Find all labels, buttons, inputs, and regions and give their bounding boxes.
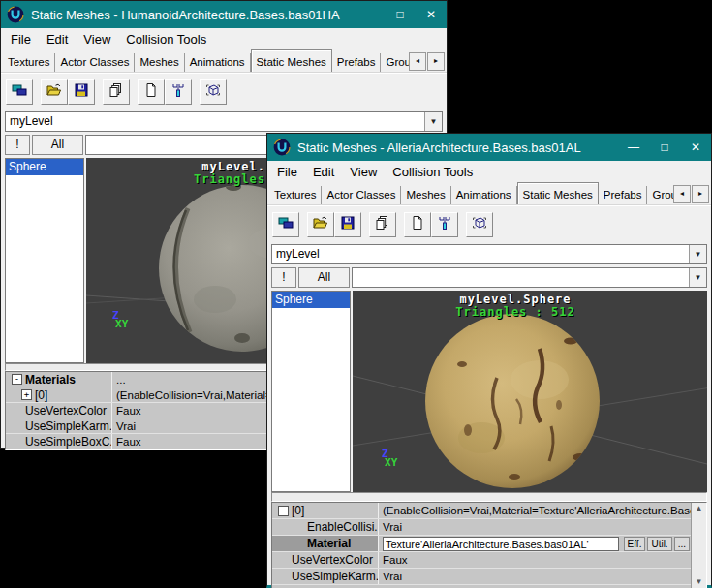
collapse-icon[interactable]: - <box>12 374 22 385</box>
dock-toolbar-icon <box>12 82 27 102</box>
minimize-button[interactable]: — <box>354 1 385 28</box>
viewport-scrollbar[interactable] <box>271 492 707 502</box>
duplicate-button[interactable] <box>369 212 396 237</box>
copy-icon <box>375 215 390 234</box>
tab-textures[interactable]: Textures <box>269 186 322 204</box>
sand-sphere-mesh <box>423 312 602 490</box>
reload-button[interactable]: ! <box>5 135 30 155</box>
browser-tabs: Textures Actor Classes Meshes Animations… <box>267 182 711 205</box>
menu-edit[interactable]: Edit <box>39 32 76 46</box>
expand-icon[interactable]: + <box>21 389 32 400</box>
material-value-input[interactable]: Texture'AlleriaArchitecture.Bases.bas01A… <box>383 537 619 551</box>
tab-textures[interactable]: Textures <box>3 53 55 72</box>
viewport-triangle-count: Triangles : 512 <box>455 305 574 319</box>
maximize-button[interactable]: □ <box>385 1 416 28</box>
open-package-button[interactable] <box>307 212 334 237</box>
tab-prefabs[interactable]: Prefabs <box>599 186 648 204</box>
menu-file[interactable]: File <box>269 165 305 179</box>
save-icon <box>74 82 89 102</box>
open-package-button[interactable] <box>41 79 68 105</box>
package-name: myLevel <box>6 112 424 131</box>
dock-toolbar-button[interactable] <box>6 79 33 105</box>
close-button[interactable]: ✕ <box>416 1 447 28</box>
mesh-list: Sphere <box>5 158 84 363</box>
menu-edit[interactable]: Edit <box>305 165 342 179</box>
insert-mesh-button[interactable] <box>165 79 192 105</box>
all-groups-button[interactable]: All <box>298 267 350 288</box>
new-button[interactable] <box>404 212 431 237</box>
tab-meshes[interactable]: Meshes <box>401 186 450 204</box>
browser-tabs: Textures Actor Classes Meshes Animations… <box>1 49 447 73</box>
axis-indicator: Z XY <box>112 311 128 328</box>
toolbar <box>1 73 447 109</box>
list-item-sphere[interactable]: Sphere <box>6 159 83 175</box>
tab-animations[interactable]: Animations <box>451 186 517 204</box>
all-groups-button[interactable]: All <box>32 135 83 155</box>
tab-actor-classes[interactable]: Actor Classes <box>322 186 401 204</box>
menu-bar: File Edit View Collision Tools <box>267 161 711 182</box>
menu-view[interactable]: View <box>76 32 118 46</box>
tab-static-meshes[interactable]: Static Meshes <box>251 49 332 72</box>
mesh-viewport[interactable]: myLevel.Sphere Triangles : 512 Z XY <box>353 291 707 492</box>
property-row-0[interactable]: -[0] (EnableCollision=Vrai,Material=Text… <box>272 503 692 519</box>
save-package-button[interactable] <box>68 79 95 105</box>
titlebar[interactable]: Static Meshes - HumanoidArchitecture.Bas… <box>1 1 447 28</box>
tab-prefabs[interactable]: Prefabs <box>332 53 382 72</box>
reload-button[interactable]: ! <box>271 267 296 288</box>
menu-file[interactable]: File <box>3 32 39 46</box>
use-button[interactable]: Util. <box>647 537 671 551</box>
property-row-usevertexcolor[interactable]: UseVertexColor Faux <box>272 552 692 569</box>
group-combobox[interactable]: ▼ <box>352 267 707 288</box>
dropdown-arrow-icon[interactable]: ▼ <box>689 245 706 263</box>
duplicate-button[interactable] <box>103 79 130 105</box>
new-button[interactable] <box>138 79 165 105</box>
scroll-down-icon[interactable]: ▼ <box>696 576 703 588</box>
minimize-button[interactable]: — <box>618 134 649 161</box>
package-combobox[interactable]: myLevel ▼ <box>5 111 443 132</box>
menu-collision-tools[interactable]: Collision Tools <box>385 165 480 179</box>
clear-button[interactable]: Eff. <box>624 537 646 551</box>
toolbar <box>267 205 711 242</box>
list-item-sphere[interactable]: Sphere <box>272 292 350 308</box>
tab-scroll-left-icon[interactable]: ◂ <box>409 52 426 71</box>
viewport-triangle-count: Triangles <box>194 172 265 186</box>
browse-button[interactable]: ... <box>674 537 690 551</box>
insert-mesh-button[interactable] <box>431 212 458 237</box>
maximize-button[interactable]: □ <box>649 134 680 161</box>
menu-bar: File Edit View Collision Tools <box>1 28 447 49</box>
tab-meshes[interactable]: Meshes <box>135 53 184 72</box>
viewport-mesh-name: myLevel. <box>201 160 265 173</box>
dropdown-arrow-icon[interactable]: ▼ <box>424 112 442 131</box>
bounding-cube-button[interactable] <box>466 212 493 237</box>
tab-scroll-right-icon[interactable]: ▸ <box>427 52 445 71</box>
save-icon <box>340 215 356 234</box>
window-title: Static Meshes - HumanoidArchitecture.Bas… <box>31 8 354 22</box>
tab-scroll-left-icon[interactable]: ◂ <box>673 185 691 203</box>
collapse-icon[interactable]: - <box>278 506 289 516</box>
unrealed-logo-icon <box>273 139 291 156</box>
open-folder-icon <box>313 215 328 234</box>
tab-static-meshes[interactable]: Static Meshes <box>517 182 599 204</box>
property-row-enablecollision[interactable]: EnableCollisi... Vrai <box>272 519 692 536</box>
tab-actor-classes[interactable]: Actor Classes <box>55 53 135 72</box>
tab-animations[interactable]: Animations <box>185 53 251 72</box>
property-row-material[interactable]: Material Texture'AlleriaArchitecture.Bas… <box>272 536 692 552</box>
titlebar[interactable]: Static Meshes - AlleriaArchitecture.Base… <box>267 134 711 161</box>
grid-scrollbar[interactable]: ▲ ▼ <box>691 503 706 588</box>
property-row-usesimplekarma[interactable]: UseSimpleKarm... Vrai <box>272 569 692 585</box>
tab-scroll-right-icon[interactable]: ▸ <box>692 185 709 203</box>
package-combobox[interactable]: myLevel ▼ <box>271 244 707 264</box>
dropdown-arrow-icon[interactable]: ▼ <box>689 268 706 287</box>
scroll-up-icon[interactable]: ▲ <box>696 503 703 514</box>
dock-toolbar-button[interactable] <box>272 212 299 237</box>
save-package-button[interactable] <box>334 212 361 237</box>
menu-view[interactable]: View <box>342 165 385 179</box>
menu-collision-tools[interactable]: Collision Tools <box>118 32 214 46</box>
property-grid: -[0] (EnableCollision=Vrai,Material=Text… <box>271 502 707 588</box>
bounding-cube-icon <box>472 215 487 234</box>
window-title: Static Meshes - AlleriaArchitecture.Base… <box>297 140 618 155</box>
bounding-cube-icon <box>205 82 221 102</box>
close-button[interactable]: ✕ <box>680 134 711 161</box>
group-value <box>353 268 689 287</box>
bounding-cube-button[interactable] <box>200 79 227 105</box>
